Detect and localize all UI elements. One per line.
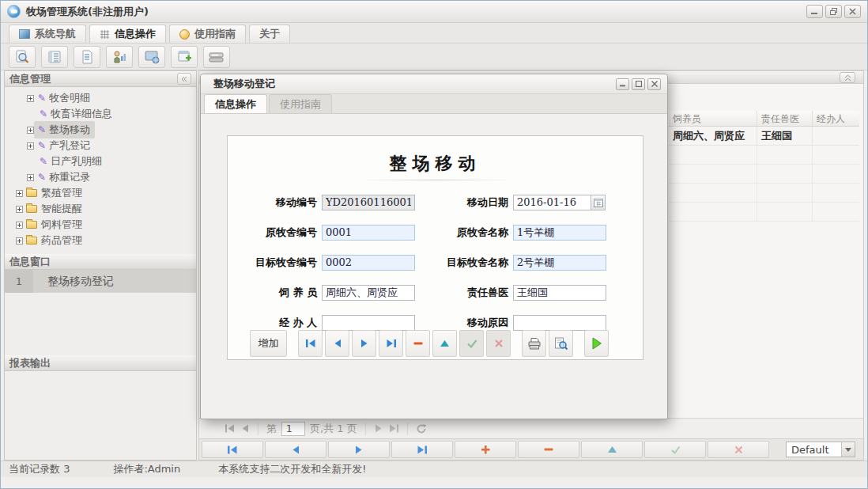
tree-item-livestock-detail[interactable]: ✎ 牧畜详细信息 <box>5 106 196 122</box>
monitor-button[interactable] <box>138 46 165 68</box>
cancel-record-button[interactable] <box>486 330 511 357</box>
dialog-maximize-button[interactable] <box>632 78 645 90</box>
page-number-input[interactable] <box>281 422 305 436</box>
dialog-title-bar[interactable]: 整场移动登记 <box>201 74 667 94</box>
menu-tab-label: 信息操作 <box>115 27 156 41</box>
prev-record-button[interactable] <box>325 330 349 357</box>
expand-icon[interactable] <box>16 237 23 244</box>
feeder-label: 饲 养 员 <box>228 286 317 300</box>
minimize-button[interactable] <box>806 5 823 18</box>
tree-item-label: 产乳登记 <box>49 138 90 153</box>
next-record-button[interactable] <box>352 330 376 357</box>
tree-item-medicine[interactable]: 药品管理 <box>5 233 196 248</box>
src-barn-name-field[interactable] <box>513 225 606 241</box>
nav-add-button[interactable] <box>455 441 516 458</box>
move-id-field[interactable] <box>322 195 415 210</box>
column-header-vet[interactable]: 责任兽医 <box>757 111 813 126</box>
tree-item-whole-move[interactable]: ✎ 整场移动 <box>5 122 196 138</box>
nav-last-button[interactable] <box>391 441 453 458</box>
tree-item-feed[interactable]: 饲料管理 <box>5 217 196 233</box>
delete-record-icon <box>544 448 553 451</box>
title-bar: 牧场管理系统(非注册用户) <box>1 1 867 23</box>
table-row[interactable]: 周细六、周贤应 王细国 <box>669 127 859 146</box>
tree-item-label: 称重记录 <box>49 170 90 184</box>
expand-icon[interactable] <box>27 95 34 102</box>
post-record-button[interactable] <box>459 330 484 357</box>
preview-button[interactable] <box>549 330 573 357</box>
document-button[interactable] <box>74 46 100 68</box>
delete-record-button[interactable] <box>406 330 430 357</box>
src-barn-id-field[interactable] <box>322 225 415 241</box>
new-window-button[interactable] <box>171 46 198 68</box>
last-page-icon[interactable] <box>388 424 399 433</box>
nav-prev-button[interactable] <box>265 441 326 458</box>
nav-post-button[interactable] <box>644 441 706 458</box>
user-chart-button[interactable] <box>106 46 133 68</box>
nav-edit-button[interactable] <box>581 441 643 458</box>
expand-icon[interactable] <box>27 127 34 134</box>
expand-icon[interactable] <box>16 190 23 197</box>
dst-barn-id-field[interactable] <box>322 255 415 271</box>
search-button[interactable] <box>9 46 36 68</box>
info-management-header: 信息管理 <box>5 71 196 87</box>
dialog-tab-info-ops[interactable]: 信息操作 <box>204 94 267 113</box>
date-picker-button[interactable] <box>591 195 606 210</box>
report-list-button[interactable] <box>41 46 68 68</box>
minimize-icon <box>811 8 818 15</box>
dialog-tab-guide[interactable]: 使用指南 <box>269 94 332 113</box>
feeder-field[interactable] <box>322 285 415 301</box>
restore-button[interactable] <box>825 5 842 18</box>
run-button[interactable] <box>584 330 609 357</box>
tree-item-daily-milk[interactable]: ✎ 日产乳明细 <box>5 154 196 169</box>
nav-cancel-button[interactable] <box>708 441 769 458</box>
first-page-icon[interactable] <box>225 424 236 433</box>
dialog-toolbar: 增加 <box>201 323 667 363</box>
expand-icon[interactable] <box>27 174 34 181</box>
menu-tab-system-nav[interactable]: 系统导航 <box>9 25 86 43</box>
menu-tab-info-ops[interactable]: 信息操作 <box>89 25 166 43</box>
tree-item-milk-register[interactable]: ✎ 产乳登记 <box>5 138 196 154</box>
add-button[interactable]: 增加 <box>250 330 287 357</box>
dialog-minimize-button[interactable] <box>616 78 629 90</box>
archive-button[interactable] <box>203 46 230 68</box>
nav-delete-button[interactable] <box>518 441 579 458</box>
tree-item-barn-detail[interactable]: ✎ 牧舍明细 <box>5 90 196 106</box>
preset-dropdown[interactable]: Default <box>786 442 855 457</box>
edit-record-button[interactable] <box>432 330 457 357</box>
first-record-button[interactable] <box>298 330 323 357</box>
info-window-item[interactable]: 1 整场移动登记 <box>5 270 196 293</box>
collapse-panel-button[interactable] <box>177 73 191 85</box>
refresh-icon[interactable] <box>416 423 427 434</box>
menu-tab-guide[interactable]: 使用指南 <box>169 25 246 43</box>
expand-icon[interactable] <box>16 206 23 213</box>
title-underline <box>357 180 515 180</box>
preview-icon <box>554 337 568 350</box>
tree-item-label: 牧畜详细信息 <box>51 107 112 121</box>
next-page-icon[interactable] <box>374 424 383 433</box>
collapse-up-button[interactable] <box>840 72 855 83</box>
left-sidebar: 信息管理 ✎ 牧舍明细 ✎ 牧畜详细信息 ✎ 整场移动 ✎ <box>4 70 197 461</box>
column-header-handler[interactable]: 经办人 <box>813 111 856 126</box>
menu-tab-about[interactable]: 关于 <box>249 25 290 43</box>
dropdown-chevron-icon <box>841 442 855 457</box>
report-output-header: 报表输出 <box>5 355 196 371</box>
info-window-list: 1 整场移动登记 <box>5 270 196 355</box>
print-button[interactable] <box>522 330 546 357</box>
chevron-up-double-icon <box>844 74 851 82</box>
prev-page-icon[interactable] <box>240 424 250 433</box>
tree-item-weighing[interactable]: ✎ 称重记录 <box>5 169 196 185</box>
nav-next-button[interactable] <box>328 441 390 458</box>
move-date-field[interactable] <box>513 195 591 210</box>
expand-icon[interactable] <box>16 222 23 229</box>
vet-field[interactable] <box>513 285 606 301</box>
tree-item-breeding[interactable]: 繁殖管理 <box>5 185 196 201</box>
tree-item-smart-remind[interactable]: 智能提醒 <box>5 201 196 217</box>
close-button[interactable] <box>844 5 861 18</box>
last-record-button[interactable] <box>379 330 403 357</box>
window-title: 牧场管理系统(非注册用户) <box>26 5 149 19</box>
nav-first-button[interactable] <box>202 441 263 458</box>
column-header-feeder[interactable]: 饲养员 <box>669 111 757 126</box>
dst-barn-name-field[interactable] <box>513 255 606 271</box>
dialog-close-button[interactable] <box>647 78 661 90</box>
expand-icon[interactable] <box>27 142 34 150</box>
